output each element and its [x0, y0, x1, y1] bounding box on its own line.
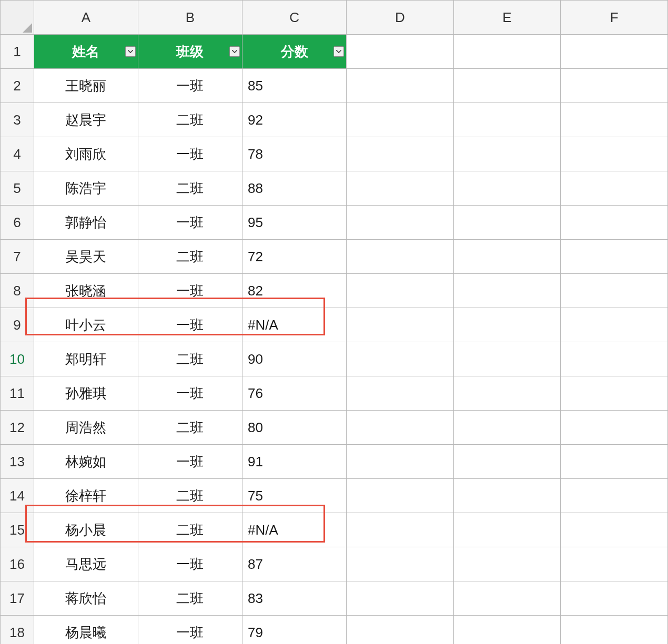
cell-B3[interactable]: 二班 [138, 103, 242, 137]
cell-A10[interactable]: 郑明轩 [34, 342, 138, 376]
cell-E17[interactable] [453, 581, 561, 616]
cell-E10[interactable] [453, 342, 561, 376]
cell-C11[interactable]: 76 [242, 376, 347, 411]
cell-B16[interactable]: 一班 [138, 547, 242, 581]
cell-C2[interactable]: 85 [242, 69, 347, 103]
cell-F17[interactable] [561, 581, 668, 616]
cell-E9[interactable] [453, 308, 561, 342]
cell-D1[interactable] [347, 35, 454, 69]
cell-E5[interactable] [453, 171, 561, 206]
col-header-B[interactable]: B [138, 1, 242, 35]
cell-A5[interactable]: 陈浩宇 [34, 171, 138, 206]
cell-D17[interactable] [347, 581, 454, 616]
row-header-4[interactable]: 4 [1, 137, 34, 171]
header-score-cell[interactable]: 分数 [242, 35, 347, 69]
cell-E14[interactable] [453, 479, 561, 513]
row-header-13[interactable]: 13 [1, 445, 34, 479]
cell-D4[interactable] [347, 137, 454, 171]
cell-B7[interactable]: 二班 [138, 240, 242, 274]
cell-F4[interactable] [561, 137, 668, 171]
header-name-cell[interactable]: 姓名 [34, 35, 138, 69]
cell-C6[interactable]: 95 [242, 206, 347, 240]
cell-C15[interactable]: #N/A [242, 513, 347, 547]
row-header-14[interactable]: 14 [1, 479, 34, 513]
cell-A13[interactable]: 林婉如 [34, 445, 138, 479]
cell-D12[interactable] [347, 411, 454, 445]
cell-A3[interactable]: 赵晨宇 [34, 103, 138, 137]
cell-B6[interactable]: 一班 [138, 206, 242, 240]
cell-A14[interactable]: 徐梓轩 [34, 479, 138, 513]
row-header-18[interactable]: 18 [1, 616, 34, 645]
cell-E11[interactable] [453, 376, 561, 411]
cell-D3[interactable] [347, 103, 454, 137]
cell-F2[interactable] [561, 69, 668, 103]
cell-B14[interactable]: 二班 [138, 479, 242, 513]
cell-F13[interactable] [561, 445, 668, 479]
cell-F6[interactable] [561, 206, 668, 240]
cell-B9[interactable]: 一班 [138, 308, 242, 342]
cell-D5[interactable] [347, 171, 454, 206]
cell-A7[interactable]: 吴昊天 [34, 240, 138, 274]
cell-F9[interactable] [561, 308, 668, 342]
cell-C7[interactable]: 72 [242, 240, 347, 274]
cell-A17[interactable]: 蒋欣怡 [34, 581, 138, 616]
cell-A8[interactable]: 张晓涵 [34, 274, 138, 308]
cell-A4[interactable]: 刘雨欣 [34, 137, 138, 171]
cell-A2[interactable]: 王晓丽 [34, 69, 138, 103]
cell-D10[interactable] [347, 342, 454, 376]
cell-D13[interactable] [347, 445, 454, 479]
cell-B5[interactable]: 二班 [138, 171, 242, 206]
cell-C12[interactable]: 80 [242, 411, 347, 445]
cell-F14[interactable] [561, 479, 668, 513]
cell-A11[interactable]: 孙雅琪 [34, 376, 138, 411]
cell-B18[interactable]: 一班 [138, 616, 242, 645]
cell-C3[interactable]: 92 [242, 103, 347, 137]
select-all-corner[interactable] [1, 1, 34, 35]
cell-D11[interactable] [347, 376, 454, 411]
cell-E2[interactable] [453, 69, 561, 103]
filter-button-name[interactable] [125, 46, 136, 57]
row-header-8[interactable]: 8 [1, 274, 34, 308]
cell-B12[interactable]: 二班 [138, 411, 242, 445]
cell-F12[interactable] [561, 411, 668, 445]
cell-C5[interactable]: 88 [242, 171, 347, 206]
cell-A9[interactable]: 叶小云 [34, 308, 138, 342]
cell-D7[interactable] [347, 240, 454, 274]
cell-E18[interactable] [453, 616, 561, 645]
row-header-5[interactable]: 5 [1, 171, 34, 206]
row-header-7[interactable]: 7 [1, 240, 34, 274]
row-header-6[interactable]: 6 [1, 206, 34, 240]
cell-E16[interactable] [453, 547, 561, 581]
cell-D18[interactable] [347, 616, 454, 645]
cell-C14[interactable]: 75 [242, 479, 347, 513]
cell-F3[interactable] [561, 103, 668, 137]
row-header-1[interactable]: 1 [1, 35, 34, 69]
cell-A6[interactable]: 郭静怡 [34, 206, 138, 240]
cell-E1[interactable] [453, 35, 561, 69]
cell-D8[interactable] [347, 274, 454, 308]
col-header-D[interactable]: D [347, 1, 454, 35]
cell-F16[interactable] [561, 547, 668, 581]
filter-button-class[interactable] [229, 46, 240, 57]
cell-F1[interactable] [561, 35, 668, 69]
cell-C4[interactable]: 78 [242, 137, 347, 171]
cell-E6[interactable] [453, 206, 561, 240]
cell-E12[interactable] [453, 411, 561, 445]
cell-A18[interactable]: 杨晨曦 [34, 616, 138, 645]
cell-E8[interactable] [453, 274, 561, 308]
row-header-16[interactable]: 16 [1, 547, 34, 581]
cell-A15[interactable]: 杨小晨 [34, 513, 138, 547]
cell-A12[interactable]: 周浩然 [34, 411, 138, 445]
row-header-15[interactable]: 15 [1, 513, 34, 547]
cell-C9[interactable]: #N/A [242, 308, 347, 342]
col-header-E[interactable]: E [453, 1, 561, 35]
col-header-A[interactable]: A [34, 1, 138, 35]
row-header-9[interactable]: 9 [1, 308, 34, 342]
cell-D2[interactable] [347, 69, 454, 103]
cell-F10[interactable] [561, 342, 668, 376]
cell-C8[interactable]: 82 [242, 274, 347, 308]
cell-D9[interactable] [347, 308, 454, 342]
cell-B11[interactable]: 一班 [138, 376, 242, 411]
cell-B8[interactable]: 一班 [138, 274, 242, 308]
row-header-12[interactable]: 12 [1, 411, 34, 445]
